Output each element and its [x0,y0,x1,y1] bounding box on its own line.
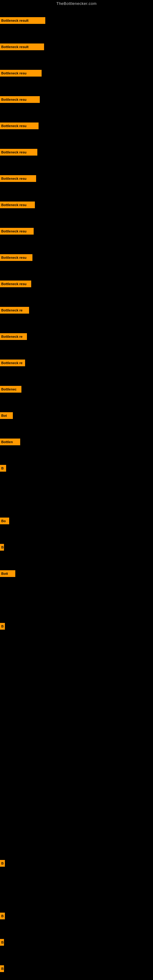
bar-row-2: Bottleneck resu [0,70,41,76]
bar-row-19: B [0,544,4,550]
bar-label-24: B [0,860,5,867]
bar-label-12: Bottleneck re [0,333,27,340]
bar-row-1: Bottleneck result [0,43,44,50]
bar-label-2: Bottleneck resu [0,70,41,76]
bar-label-9: Bottleneck resu [0,254,32,261]
bar-row-6: Bottleneck resu [0,175,36,182]
bar-label-5: Bottleneck resu [0,149,37,156]
bar-row-9: Bottleneck resu [0,254,32,261]
bar-row-8: Bottleneck resu [0,228,33,235]
bar-label-4: Bottleneck resu [0,123,38,129]
bar-row-3: Bottleneck resu [0,96,40,103]
bar-label-25: B [0,913,5,920]
bar-row-11: Bottleneck re [0,307,29,313]
bar-label-22: B [0,939,4,946]
bar-label-11: Bottleneck re [0,307,29,313]
bar-row-22: B [0,939,4,946]
bar-row-12: Bottleneck re [0,333,27,340]
bar-row-5: Bottleneck resu [0,149,37,156]
bar-label-7: Bottleneck resu [0,202,35,208]
bar-label-13: Bottleneck re [0,360,25,366]
bar-row-4: Bottleneck resu [0,123,38,129]
bar-label-3: Bottleneck resu [0,96,40,103]
bar-row-13: Bottleneck re [0,360,25,366]
bar-label-0: Bottleneck result [0,17,45,24]
bar-label-1: Bottleneck result [0,43,44,50]
bar-label-8: Bottleneck resu [0,228,33,235]
bar-row-7: Bottleneck resu [0,202,35,208]
bar-row-23: B [0,965,4,972]
bar-row-17: B [0,465,6,472]
bar-row-14: Bottlenec [0,386,21,393]
bar-label-6: Bottleneck resu [0,175,36,182]
bar-row-20: Bott [0,570,15,577]
bar-row-15: Bot [0,412,13,419]
bar-row-21: B [0,623,5,630]
bar-row-10: Bottleneck resu [0,280,31,287]
bar-label-20: Bott [0,570,15,577]
bar-label-15: Bot [0,412,13,419]
bar-label-23: B [0,965,4,972]
bar-label-14: Bottlenec [0,386,21,393]
bar-label-10: Bottleneck resu [0,280,31,287]
site-title: TheBottlenecker.com [0,0,153,8]
bar-row-24: B [0,860,5,867]
bar-label-16: Bottlen [0,439,20,445]
bar-label-19: B [0,544,4,550]
bar-row-25: B [0,913,5,920]
bar-label-21: B [0,623,5,630]
bar-label-18: Bo [0,517,9,524]
bar-row-18: Bo [0,517,9,524]
bar-label-17: B [0,465,6,472]
bar-row-16: Bottlen [0,439,20,445]
bar-row-0: Bottleneck result [0,17,45,24]
